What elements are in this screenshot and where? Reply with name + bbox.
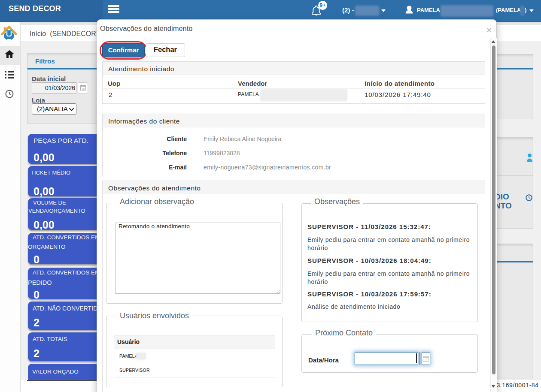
svg-text:7: 7 [425, 358, 427, 361]
